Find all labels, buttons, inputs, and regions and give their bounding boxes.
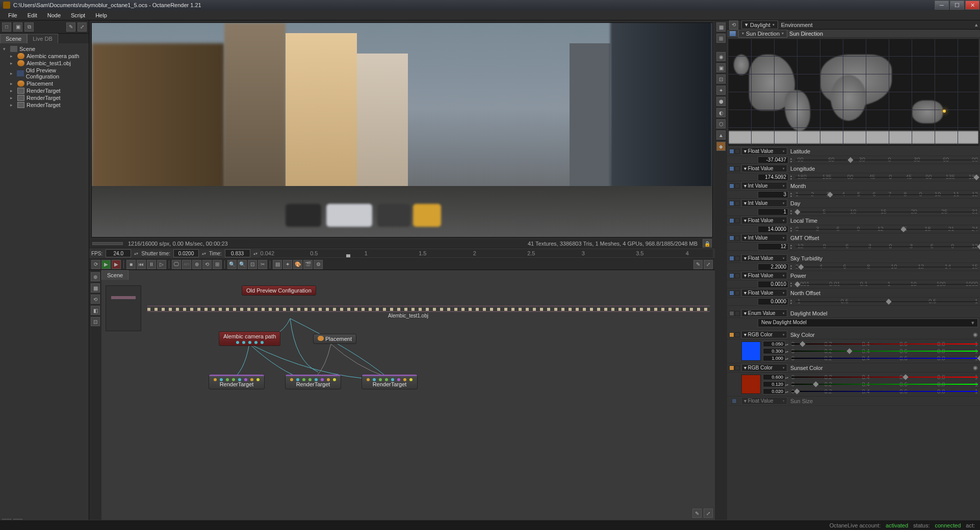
slider[interactable]: -90-60-300306090 [795, 156, 978, 164]
type-icon[interactable] [729, 235, 734, 241]
channel-slider[interactable]: 00.20.40.60.81 [791, 381, 978, 387]
type-icon[interactable] [729, 332, 734, 337]
link-icon[interactable] [735, 332, 740, 337]
type-icon[interactable] [729, 201, 734, 206]
monitor-icon[interactable]: 🖵 [172, 260, 181, 269]
node-tool-icon[interactable]: ⟲ [91, 295, 100, 304]
save-icon[interactable]: ▣ [13, 22, 22, 32]
right-tool-icon[interactable]: ⬢ [716, 97, 726, 106]
channel-input[interactable] [763, 355, 785, 361]
rewind-icon[interactable]: ⏮ [137, 260, 146, 269]
channel-slider[interactable]: 00.20.40.60.81 [791, 348, 978, 354]
minimize-button[interactable]: ─ [935, 1, 949, 10]
timeline-track[interactable] [147, 306, 710, 312]
link-icon[interactable] [735, 365, 740, 370]
link-icon[interactable] [735, 235, 740, 241]
slider[interactable]: 246810121415 [795, 263, 978, 271]
type-dropdown[interactable]: ▾ Float Value [741, 289, 787, 297]
tree-item[interactable]: ▸Alembic camera path [1, 52, 88, 60]
expand-icon[interactable]: ⤢ [704, 509, 713, 518]
record-icon[interactable]: ▶ [101, 260, 111, 269]
eye-icon[interactable]: ◉ [973, 364, 978, 371]
right-tool-icon[interactable]: ⬡ [716, 119, 726, 128]
menu-file[interactable]: File [3, 12, 22, 18]
tree-root[interactable]: ▾Scene [1, 45, 88, 52]
color-swatch[interactable] [741, 375, 761, 394]
spinner[interactable]: ▴▾ [788, 264, 793, 270]
eye-icon[interactable]: ◉ [973, 331, 978, 338]
right-tool-icon[interactable]: ⊞ [716, 34, 726, 43]
link-icon[interactable] [735, 290, 740, 296]
type-icon[interactable] [729, 218, 734, 223]
link-icon[interactable] [735, 149, 740, 154]
color-icon[interactable]: 🎨 [293, 260, 302, 269]
spinner[interactable]: ▴▾ [788, 157, 793, 163]
stop-record-icon[interactable]: ▶ [112, 260, 121, 269]
play-icon[interactable]: ▷ [157, 260, 166, 269]
type-icon[interactable] [729, 273, 734, 278]
type-dropdown[interactable]: ▾ Float Value [741, 272, 787, 279]
expand-icon[interactable]: ⤢ [704, 260, 713, 269]
gear-icon[interactable]: ⚙ [314, 260, 323, 269]
menu-help[interactable]: Help [90, 12, 112, 18]
node-camera[interactable]: Alembic camera path [219, 331, 280, 346]
layer-icon[interactable]: ▤ [273, 260, 282, 269]
spinner[interactable]: ▴▾ [788, 174, 793, 180]
world-map[interactable] [728, 39, 979, 146]
right-tool-icon[interactable]: ⊡ [716, 74, 726, 84]
tree-item[interactable]: ▸RenderTarget [1, 94, 88, 101]
link-icon[interactable] [735, 218, 740, 223]
tree-item[interactable]: ▸Alembic_test1.obj [1, 60, 88, 67]
node-placement[interactable]: Placement [313, 334, 356, 344]
tab-scene[interactable]: Scene [0, 34, 27, 43]
slider[interactable]: -1-0.500.51 [795, 298, 978, 305]
close-button[interactable]: ✕ [965, 1, 979, 10]
zoom-in-icon[interactable]: 🔍 [227, 260, 237, 269]
type-dropdown[interactable]: ▾ RGB Color [741, 331, 787, 338]
menu-node[interactable]: Node [42, 12, 66, 18]
type-dropdown[interactable]: ▾ Float Value [741, 217, 787, 224]
type-dropdown[interactable]: ▾ Int Value [741, 199, 787, 207]
tool-icon[interactable]: ✎ [66, 22, 75, 32]
spinner[interactable]: ▴▾ [788, 226, 793, 232]
slider[interactable]: 123456789101112 [795, 191, 978, 198]
channel-slider[interactable]: 00.20.40.60.81 [791, 374, 978, 380]
node-canvas[interactable]: Scene Alembic_test1.obj Old Preview Co [101, 270, 715, 520]
copy-icon[interactable]: ⧉ [24, 22, 34, 32]
type-icon[interactable] [729, 166, 734, 171]
right-tool-icon[interactable]: ◆ [716, 142, 726, 151]
right-tool-icon[interactable]: ◐ [716, 108, 726, 117]
node-tool-icon[interactable]: ◧ [91, 306, 100, 315]
crop-icon[interactable]: ✂ [258, 260, 267, 269]
node-rendertarget[interactable]: RenderTarget [209, 375, 265, 389]
type-dropdown[interactable]: ▾ Int Value [741, 234, 787, 242]
type-dropdown[interactable]: ▾ Float Value [741, 397, 787, 405]
tab-livedb[interactable]: Live DB [27, 34, 58, 43]
value-input[interactable] [758, 281, 788, 288]
sundir-dropdown[interactable]: ▾Sun Direction [738, 30, 787, 38]
slider[interactable]: 151015202531 [795, 208, 978, 216]
right-tool-icon[interactable]: ▦ [716, 22, 726, 32]
sparkle-icon[interactable]: ✦ [283, 260, 292, 269]
type-icon[interactable] [729, 290, 734, 296]
link-icon[interactable] [735, 201, 740, 206]
node-tab-scene[interactable]: Scene [101, 270, 128, 280]
channel-slider[interactable]: 00.20.40.60.81 [791, 388, 978, 394]
fit-icon[interactable]: ⊡ [248, 260, 257, 269]
type-dropdown[interactable]: ▾ RGB Color [741, 364, 787, 372]
env-dropdown[interactable]: ▾Daylight [741, 20, 778, 29]
channel-input[interactable] [763, 374, 785, 380]
link-icon[interactable]: ⟲ [202, 260, 212, 269]
channel-input[interactable] [763, 381, 785, 387]
type-dropdown[interactable]: ▾ Float Value [741, 165, 787, 172]
spinner[interactable]: ▴▾ [788, 192, 793, 198]
value-input[interactable] [758, 226, 788, 233]
right-tool-icon[interactable]: ▣ [716, 63, 726, 72]
fps-input[interactable] [106, 249, 131, 257]
spinner[interactable]: ▴▾ [788, 244, 793, 250]
type-icon[interactable] [729, 149, 734, 154]
zoom-out-icon[interactable]: 🔍 [238, 260, 247, 269]
slider[interactable]: 0.0010.010.11101001000 [795, 281, 978, 288]
target-icon[interactable]: ⊕ [192, 260, 201, 269]
node-tool-icon[interactable]: ⊡ [91, 317, 100, 326]
